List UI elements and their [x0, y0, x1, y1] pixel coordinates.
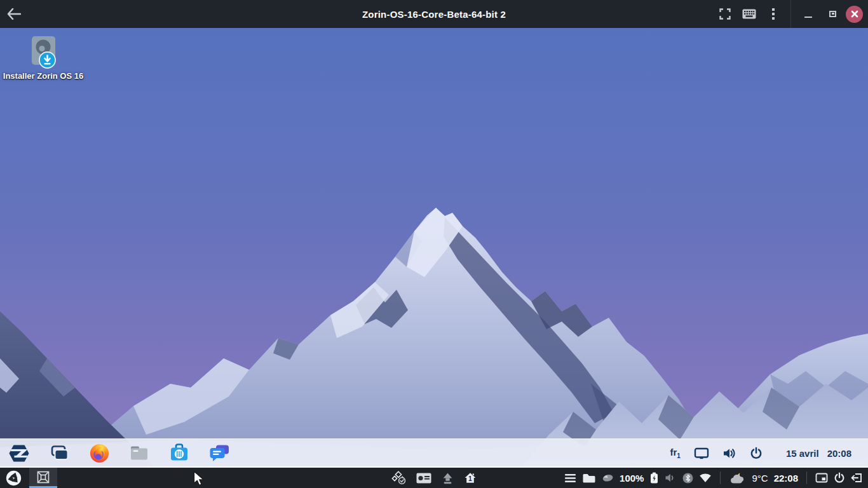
logout-button[interactable]	[851, 472, 863, 484]
guest-date: 15 avril	[786, 448, 819, 459]
workspace-number: 1	[468, 475, 472, 482]
installer-icon-label: Installer Zorin OS 16	[1, 71, 85, 81]
keyboard-button[interactable]	[737, 0, 761, 28]
titlebar: Zorin-OS-16-Core-Beta-64-bit 2	[0, 0, 868, 28]
installer-icon-art	[28, 36, 58, 69]
host-tray: 100%	[564, 468, 868, 488]
keyboard-layout-index: 1	[677, 452, 681, 459]
firefox-button[interactable]	[89, 443, 109, 463]
software-store-button[interactable]	[169, 443, 189, 463]
tray-divider	[720, 471, 721, 484]
updates-check-icon	[391, 471, 406, 485]
menu-kebab-button[interactable]	[761, 0, 785, 28]
battery-charging-icon	[649, 471, 659, 484]
host-menu-button[interactable]	[564, 473, 576, 484]
host-clock[interactable]: 22:08	[774, 473, 798, 484]
window-switcher-icon	[50, 445, 69, 461]
mouse-icon	[602, 473, 614, 482]
keyboard-icon	[742, 9, 756, 19]
temperature-label[interactable]: 9°C	[752, 473, 768, 484]
show-desktop-icon	[815, 473, 828, 483]
volume-icon	[722, 447, 736, 459]
mouse-indicator[interactable]	[602, 473, 614, 482]
guest-clock[interactable]: 15 avril 20:08	[786, 448, 851, 459]
fullscreen-icon	[719, 8, 731, 20]
eject-arrow-icon	[442, 472, 454, 484]
bluetooth-indicator[interactable]	[682, 473, 693, 484]
back-button[interactable]	[0, 0, 28, 28]
guest-desktop: Installer Zorin OS 16	[0, 28, 868, 468]
power-icon	[750, 447, 763, 459]
eject-indicator[interactable]	[442, 472, 454, 484]
folder-icon	[582, 473, 596, 484]
maximize-icon	[829, 11, 836, 17]
messaging-button[interactable]	[209, 443, 229, 463]
maximize-button[interactable]	[820, 0, 844, 28]
installer-desktop-icon[interactable]: Installer Zorin OS 16	[1, 36, 85, 81]
wifi-icon	[699, 473, 712, 483]
osd-indicator[interactable]	[416, 473, 431, 484]
tray-divider-2	[806, 471, 807, 484]
minimize-icon	[804, 17, 812, 18]
download-badge-icon	[39, 51, 56, 69]
zorin-menu-icon	[9, 444, 29, 463]
files-folder-icon	[130, 445, 149, 461]
wifi-indicator[interactable]	[699, 473, 712, 483]
home-icon: 1	[464, 472, 477, 484]
bluetooth-icon	[682, 473, 693, 484]
software-store-icon	[170, 444, 189, 463]
home-workspace-indicator[interactable]: 1	[464, 472, 477, 484]
guest-taskbar: fr1	[0, 438, 868, 468]
hamburger-icon	[564, 473, 576, 484]
back-arrow-icon	[7, 8, 21, 20]
battery-indicator[interactable]	[649, 471, 659, 484]
screen: Zorin-OS-16-Core-Beta-64-bit 2	[0, 0, 868, 488]
minimize-button[interactable]	[796, 0, 820, 28]
host-taskbar: 1	[0, 468, 868, 488]
host-power-icon	[834, 472, 845, 484]
kebab-icon	[771, 8, 775, 20]
close-button[interactable]	[846, 6, 863, 23]
show-desktop-button[interactable]	[815, 473, 828, 483]
host-volume-indicator[interactable]	[665, 473, 677, 483]
osd-list-icon	[416, 473, 431, 484]
weather-night-icon	[729, 472, 746, 484]
logout-icon	[851, 472, 863, 484]
keyboard-layout-label: fr	[670, 447, 677, 458]
guest-time: 20:08	[827, 448, 851, 459]
volume-muted-icon	[665, 473, 677, 483]
fullscreen-button[interactable]	[713, 0, 737, 28]
host-power-button[interactable]	[834, 472, 845, 484]
launcher-icon	[6, 470, 22, 486]
close-icon	[851, 10, 858, 18]
boxes-app-icon	[36, 470, 50, 484]
titlebar-divider	[790, 0, 791, 28]
weather-indicator[interactable]	[729, 472, 746, 484]
guest-tray: fr1	[670, 447, 868, 459]
zorin-menu-button[interactable]	[9, 443, 29, 463]
display-indicator[interactable]	[694, 447, 709, 459]
window-switcher-button[interactable]	[49, 443, 69, 463]
updates-indicator[interactable]	[391, 471, 406, 485]
host-launcher-button[interactable]	[4, 468, 23, 488]
battery-percentage[interactable]: 100%	[620, 473, 644, 484]
titlebar-controls	[713, 0, 868, 28]
firefox-icon	[90, 444, 109, 463]
keyboard-layout-indicator[interactable]: fr1	[670, 447, 681, 459]
power-indicator[interactable]	[750, 447, 763, 459]
boxes-task-button[interactable]	[29, 468, 57, 488]
guest-taskbar-apps	[0, 443, 229, 463]
mountain-wallpaper	[0, 28, 868, 468]
display-icon	[694, 447, 709, 459]
host-files-button[interactable]	[582, 473, 596, 484]
chat-bubbles-icon	[209, 445, 229, 462]
files-button[interactable]	[129, 443, 149, 463]
host-center-indicators: 1	[391, 468, 477, 488]
volume-indicator[interactable]	[722, 447, 736, 459]
